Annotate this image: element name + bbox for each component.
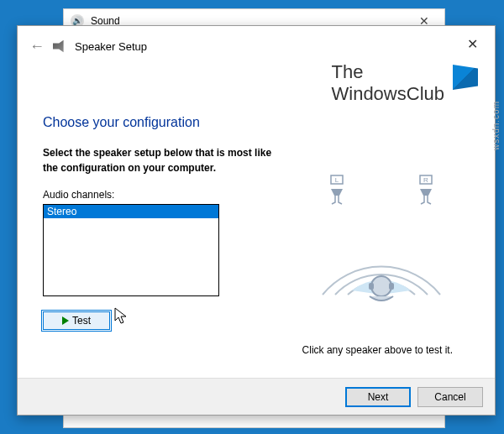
right-speaker-icon[interactable]: R: [420, 175, 432, 204]
speaker-hint-text: Click any speaker above to test it.: [302, 344, 453, 356]
instruction-text: Select the speaker setup below that is m…: [43, 145, 278, 175]
svg-rect-1: [369, 283, 374, 290]
next-button[interactable]: Next: [345, 387, 411, 407]
wizard-header: ← Speaker Setup ✕: [18, 26, 495, 66]
speaker-diagram[interactable]: L R: [297, 160, 465, 311]
svg-text:R: R: [423, 176, 428, 184]
wizard-title: Speaker Setup: [75, 40, 147, 53]
speaker-icon: [53, 39, 68, 54]
speaker-setup-wizard: ← Speaker Setup ✕ The WindowsClub Choose…: [17, 25, 496, 416]
back-arrow-icon[interactable]: ←: [29, 38, 45, 55]
test-button[interactable]: Test: [43, 311, 110, 330]
button-bar: Next Cancel: [18, 378, 495, 415]
watermark: wsxdn.com: [491, 101, 501, 150]
play-icon: [62, 316, 69, 325]
list-item[interactable]: Stereo: [44, 205, 218, 218]
test-button-label: Test: [72, 315, 91, 327]
svg-point-0: [371, 276, 391, 296]
audio-channels-listbox[interactable]: Stereo: [43, 204, 219, 296]
page-heading: Choose your configuration: [43, 115, 470, 130]
cancel-button[interactable]: Cancel: [417, 387, 483, 407]
close-icon[interactable]: ✕: [460, 34, 485, 54]
logo-mark-icon: [453, 65, 478, 90]
left-speaker-icon[interactable]: L: [331, 175, 343, 204]
windowsclub-logo: The WindowsClub: [332, 61, 445, 105]
svg-text:L: L: [335, 176, 339, 184]
svg-rect-2: [389, 283, 394, 290]
listener-icon: [369, 276, 394, 301]
